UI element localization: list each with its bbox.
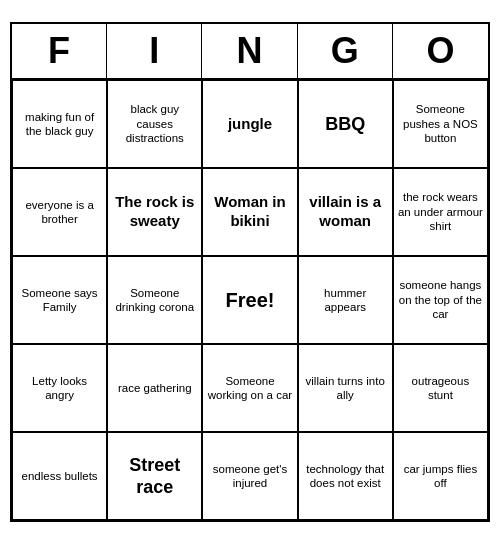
header-letter-o: O — [393, 24, 488, 78]
bingo-cell-21[interactable]: Street race — [107, 432, 202, 520]
bingo-cell-19[interactable]: outrageous stunt — [393, 344, 488, 432]
bingo-cell-6[interactable]: The rock is sweaty — [107, 168, 202, 256]
header-letter-f: F — [12, 24, 107, 78]
bingo-cell-10[interactable]: Someone says Family — [12, 256, 107, 344]
bingo-cell-13[interactable]: hummer appears — [298, 256, 393, 344]
bingo-cell-16[interactable]: race gathering — [107, 344, 202, 432]
bingo-cell-14[interactable]: someone hangs on the top of the car — [393, 256, 488, 344]
bingo-header: FINGO — [12, 24, 488, 80]
bingo-cell-0[interactable]: making fun of the black guy — [12, 80, 107, 168]
bingo-cell-24[interactable]: car jumps flies off — [393, 432, 488, 520]
bingo-cell-7[interactable]: Woman in bikini — [202, 168, 297, 256]
bingo-grid: making fun of the black guyblack guy cau… — [12, 80, 488, 520]
bingo-cell-23[interactable]: technology that does not exist — [298, 432, 393, 520]
header-letter-n: N — [202, 24, 297, 78]
bingo-cell-5[interactable]: everyone is a brother — [12, 168, 107, 256]
bingo-cell-8[interactable]: villain is a woman — [298, 168, 393, 256]
bingo-cell-4[interactable]: Someone pushes a NOS button — [393, 80, 488, 168]
bingo-cell-15[interactable]: Letty looks angry — [12, 344, 107, 432]
bingo-cell-11[interactable]: Someone drinking corona — [107, 256, 202, 344]
bingo-cell-22[interactable]: someone get's injured — [202, 432, 297, 520]
bingo-cell-9[interactable]: the rock wears an under armour shirt — [393, 168, 488, 256]
bingo-cell-17[interactable]: Someone working on a car — [202, 344, 297, 432]
header-letter-g: G — [298, 24, 393, 78]
bingo-cell-18[interactable]: villain turns into ally — [298, 344, 393, 432]
header-letter-i: I — [107, 24, 202, 78]
bingo-card: FINGO making fun of the black guyblack g… — [10, 22, 490, 522]
bingo-cell-2[interactable]: jungle — [202, 80, 297, 168]
bingo-cell-12[interactable]: Free! — [202, 256, 297, 344]
bingo-cell-1[interactable]: black guy causes distractions — [107, 80, 202, 168]
bingo-cell-20[interactable]: endless bullets — [12, 432, 107, 520]
bingo-cell-3[interactable]: BBQ — [298, 80, 393, 168]
